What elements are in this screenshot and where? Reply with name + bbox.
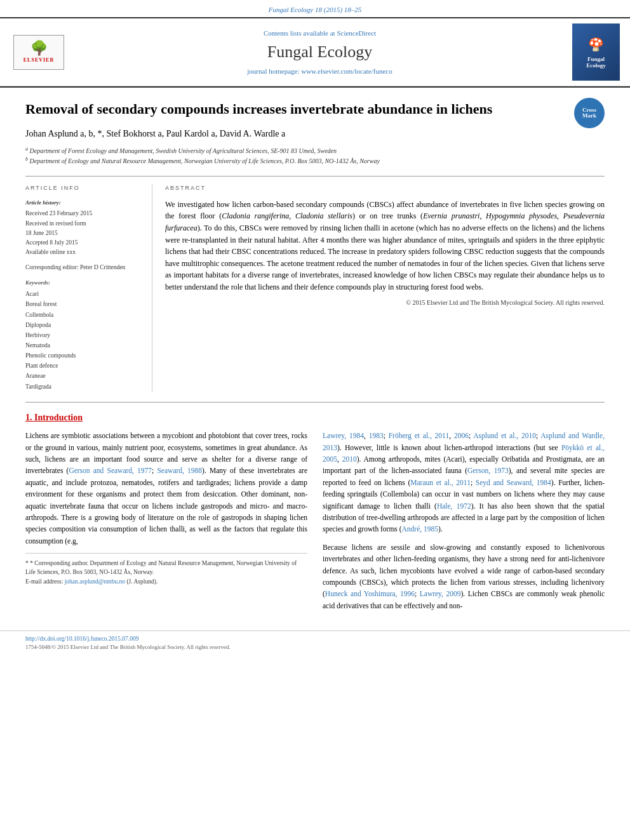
article-info-abstract-section: ARTICLE INFO Article history: Received 2… — [25, 176, 605, 391]
journal-info-text: Fungal Ecology 18 (2015) 18–25 — [269, 6, 362, 13]
page-footer: http://dx.doi.org/10.1016/j.funeco.2015.… — [0, 630, 630, 655]
journal-header: 🌳 ELSEVIER Contents lists available at S… — [0, 17, 630, 86]
page-container: Fungal Ecology 18 (2015) 18–25 🌳 ELSEVIE… — [0, 0, 630, 655]
elsevier-brand-text: ELSEVIER — [23, 57, 54, 63]
journal-thumbnail: 🍄 FungalEcology — [572, 23, 620, 81]
footnote-email: E-mail address: johan.asplund@nmbu.no (J… — [25, 577, 307, 586]
history-label: Article history: — [25, 199, 142, 207]
ref-hale-1972[interactable]: Hale, 1972 — [437, 502, 471, 510]
intro-right-text-2: Because lichens are sessile and slow-gro… — [323, 542, 605, 611]
footer-copyright: 1754-5048/© 2015 Elsevier Ltd and The Br… — [25, 643, 605, 651]
journal-header-center: Contents lists available at ScienceDirec… — [74, 29, 566, 76]
ref-maraun-2011[interactable]: Maraun et al., 2011 — [410, 479, 471, 486]
journal-title: Fungal Ecology — [74, 41, 566, 63]
ref-lawrey-1984[interactable]: Lawrey, 1984 — [323, 432, 364, 439]
intro-left-text: Lichens are symbiotic associations betwe… — [25, 430, 307, 547]
intro-left-col: Lichens are symbiotic associations betwe… — [25, 430, 307, 618]
doi-line: http://dx.doi.org/10.1016/j.funeco.2015.… — [25, 635, 605, 643]
footnote-email-link[interactable]: johan.asplund@nmbu.no — [65, 578, 125, 585]
intro-right-text: Lawrey, 1984, 1983; Fröberg et al., 2011… — [323, 430, 605, 535]
ref-froberg-2011[interactable]: Fröberg et al., 2011 — [389, 432, 450, 439]
ref-gerson-1973[interactable]: Gerson, 1973 — [467, 467, 509, 474]
available-online: Available online xxx — [25, 248, 142, 257]
sciencedirect-line: Contents lists available at ScienceDirec… — [74, 29, 566, 38]
ref-seyd-seaward-1984[interactable]: Seyd and Seaward, 1984 — [476, 479, 551, 486]
ref-asplund-2010[interactable]: Asplund et al., 2010 — [473, 432, 536, 439]
journal-volume-info: Fungal Ecology 18 (2015) 18–25 — [0, 0, 630, 17]
intro-section-number: 1. — [25, 413, 34, 422]
ref-gerson-seaward-1977[interactable]: Gerson and Seaward, 1977 — [69, 467, 152, 474]
keywords-list: Acari Boreal forest Collembola Diplopoda… — [25, 289, 142, 391]
ref-froberg-2006[interactable]: 2006 — [454, 432, 469, 439]
footnote-star: * * Corresponding author. Department of … — [25, 559, 307, 577]
crossmark-badge-container: CrossMark — [574, 98, 605, 128]
authors-text: Johan Asplund a, b, *, Stef Bokhorst a, … — [25, 129, 285, 138]
elsevier-logo: 🌳 ELSEVIER — [10, 35, 67, 70]
received-date: Received 23 February 2015 — [25, 209, 142, 218]
homepage-label: journal homepage: — [247, 67, 301, 75]
footnote-email-suffix: (J. Asplund). — [126, 578, 158, 585]
homepage-url[interactable]: www.elsevier.com/locate/funeco — [301, 67, 392, 75]
ref-seaward-1988[interactable]: Seaward, 1988 — [157, 467, 202, 474]
footnote-section: * * Corresponding author. Department of … — [25, 553, 307, 586]
abstract-col: ABSTRACT We investigated how lichen carb… — [165, 184, 605, 391]
footnote-star-text: * Corresponding author. Department of Ec… — [25, 560, 297, 575]
authors-line: Johan Asplund a, b, *, Stef Bokhorst a, … — [25, 128, 605, 140]
footnote-email-label: E-mail address: — [25, 578, 63, 585]
elsevier-tree-icon: 🌳 — [30, 41, 48, 55]
abstract-heading: ABSTRACT — [165, 184, 605, 192]
doi-link[interactable]: http://dx.doi.org/10.1016/j.funeco.2015.… — [25, 636, 138, 642]
ref-lawrey-2009[interactable]: Lawrey, 2009 — [420, 590, 461, 597]
intro-section-name: Introduction — [34, 413, 83, 422]
elsevier-logo-box: 🌳 ELSEVIER — [13, 35, 64, 70]
journal-thumb-icon: 🍄 — [588, 36, 604, 53]
affil-sup-b: b — [25, 156, 28, 162]
affil-a-text: Department of Forest Ecology and Managem… — [30, 147, 337, 154]
keywords-section: Keywords: Acari Boreal forest Collembola… — [25, 279, 142, 392]
article-info-col: ARTICLE INFO Article history: Received 2… — [25, 184, 152, 391]
crossmark-badge: CrossMark — [574, 98, 605, 128]
keywords-label: Keywords: — [25, 279, 142, 287]
article-info-heading: ARTICLE INFO — [25, 184, 142, 192]
abstract-text: We investigated how lichen carbon-based … — [165, 199, 605, 293]
ref-andre-1985[interactable]: André, 1985 — [402, 525, 439, 533]
ref-huneck-yoshimura-1996[interactable]: Huneck and Yoshimura, 1996 — [325, 590, 415, 597]
affiliations: a Department of Forest Ecology and Manag… — [25, 145, 605, 166]
ref-poykko-2010[interactable]: 2010 — [342, 455, 357, 463]
intro-body-cols: Lichens are symbiotic associations betwe… — [25, 430, 605, 618]
received-revised-date: Received in revised form18 June 2015 — [25, 219, 142, 238]
ref-poykko-2005[interactable]: Pöykkö et al., 2005 — [323, 444, 605, 463]
corresponding-editor: Corresponding editor: Peter D Crittenden — [25, 263, 142, 272]
article-title-area: CrossMark Removal of secondary compounds… — [25, 100, 605, 119]
affil-b-text: Department of Ecology and Natural Resour… — [30, 157, 380, 164]
sciencedirect-label: Contents lists available at — [264, 29, 337, 37]
sciencedirect-link[interactable]: ScienceDirect — [337, 29, 376, 37]
intro-section-title: 1. Introduction — [25, 411, 605, 424]
journal-thumb-title: FungalEcology — [586, 56, 606, 70]
article-body: CrossMark Removal of secondary compounds… — [0, 88, 630, 630]
journal-homepage-line: journal homepage: www.elsevier.com/locat… — [74, 67, 566, 76]
article-title: Removal of secondary compounds increases… — [25, 100, 605, 119]
accepted-date: Accepted 8 July 2015 — [25, 238, 142, 248]
abstract-copyright: © 2015 Elsevier Ltd and The British Myco… — [165, 298, 605, 307]
intro-right-col: Lawrey, 1984, 1983; Fröberg et al., 2011… — [323, 430, 605, 618]
article-history-block: Article history: Received 23 February 20… — [25, 199, 142, 258]
section-divider — [25, 402, 605, 403]
ref-lawrey-1983[interactable]: 1983 — [369, 432, 384, 439]
affil-sup-a: a — [25, 146, 28, 152]
